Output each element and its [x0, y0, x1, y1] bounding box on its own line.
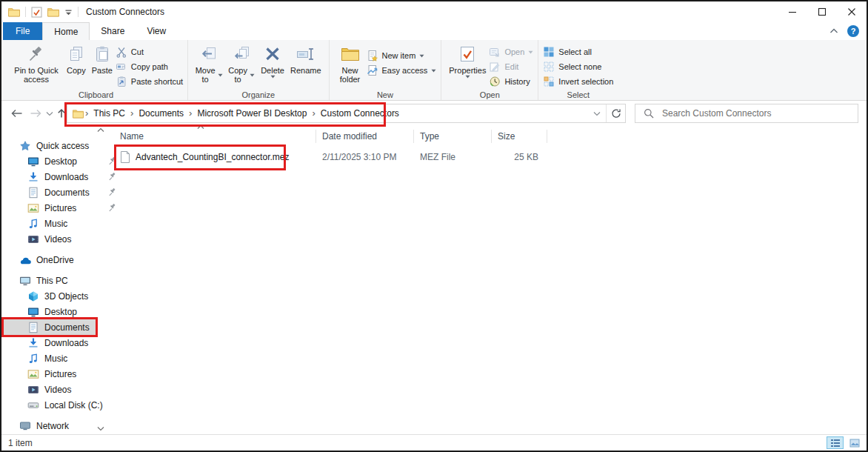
- sort-ascending-icon[interactable]: [197, 124, 204, 130]
- move-to-button[interactable]: Move to: [193, 42, 225, 84]
- sidebar-item-desktop[interactable]: Desktop: [4, 304, 110, 319]
- document-icon: [27, 187, 39, 199]
- file-icon: [120, 151, 130, 163]
- sidebar-scroll-up[interactable]: [97, 127, 104, 133]
- sidebar-item-pictures[interactable]: Pictures: [4, 200, 110, 216]
- search-input[interactable]: [661, 107, 858, 119]
- column-header-date-modified[interactable]: Date modified: [316, 130, 414, 143]
- tab-file[interactable]: File: [3, 22, 42, 40]
- collapse-ribbon-button[interactable]: [829, 28, 838, 34]
- maximize-button[interactable]: [807, 1, 837, 22]
- sidebar-item-label: This PC: [36, 276, 68, 286]
- sidebar-item-3d-objects[interactable]: 3D Objects: [4, 288, 110, 304]
- breadcrumb-segment-this-pc[interactable]: This PC: [90, 108, 129, 119]
- delete-button[interactable]: Delete: [258, 42, 287, 79]
- breadcrumb-separator-icon: ›: [84, 107, 90, 120]
- file-list-area: NameDate modifiedTypeSize Advantech_Coun…: [110, 126, 867, 434]
- thumbnail-view-icon: [849, 439, 860, 448]
- easy-access-button[interactable]: Easy access: [367, 64, 437, 76]
- column-header-size[interactable]: Size: [492, 130, 547, 143]
- up-button[interactable]: [56, 108, 67, 119]
- breadcrumb-segment-documents[interactable]: Documents: [135, 108, 187, 119]
- copy-to-button[interactable]: Copy to: [225, 42, 258, 84]
- videos-icon: [27, 384, 39, 396]
- sidebar-item-desktop[interactable]: Desktop: [4, 153, 110, 169]
- new-item-button[interactable]: New item: [367, 50, 437, 62]
- thispc-icon: [19, 275, 31, 287]
- back-button[interactable]: [10, 108, 23, 119]
- toolbar-dropdown-icon[interactable]: [64, 8, 73, 16]
- sidebar-scroll-down[interactable]: [97, 426, 104, 431]
- paste-shortcut-button[interactable]: Paste shortcut: [116, 76, 183, 87]
- sidebar-item-documents[interactable]: Documents: [4, 319, 96, 335]
- history-icon: [489, 76, 501, 87]
- cut-button[interactable]: Cut: [116, 46, 183, 58]
- open-button[interactable]: Open: [489, 46, 533, 58]
- desktop-icon: [27, 156, 39, 167]
- forward-button[interactable]: [30, 108, 42, 119]
- network-icon: [19, 420, 31, 432]
- sidebar-item-downloads[interactable]: Downloads: [4, 335, 110, 350]
- sidebar-item-this-pc[interactable]: This PC: [4, 273, 110, 288]
- paste-icon: [93, 44, 111, 64]
- refresh-button[interactable]: [607, 104, 625, 122]
- sidebar-item-documents[interactable]: Documents: [4, 185, 110, 200]
- move-to-icon: [200, 44, 218, 64]
- new-folder-button[interactable]: New folder: [334, 42, 367, 84]
- recent-locations-dropdown[interactable]: [46, 111, 53, 116]
- sidebar-item-onedrive[interactable]: OneDrive: [4, 252, 110, 267]
- history-button[interactable]: History: [489, 76, 533, 87]
- status-bar: 1 item: [1, 434, 867, 451]
- sidebar-item-label: Music: [44, 219, 67, 229]
- minimize-button[interactable]: [778, 1, 807, 22]
- sidebar-item-quick-access[interactable]: Quick access: [4, 138, 110, 153]
- sidebar-item-local-disk-c[interactable]: Local Disk (C:): [4, 397, 110, 413]
- file-name-cell[interactable]: Advantech_CountingBI_connector.mez: [110, 151, 316, 163]
- paste-button[interactable]: Paste: [89, 42, 116, 75]
- checkbox-icon[interactable]: [31, 7, 42, 18]
- navigation-pane: Quick accessDesktopDownloadsDocumentsPic…: [1, 126, 110, 434]
- downloads-icon: [27, 171, 39, 183]
- videos-icon: [27, 233, 39, 245]
- column-header-name[interactable]: Name: [110, 130, 316, 143]
- sidebar-item-music[interactable]: Music: [4, 216, 110, 231]
- sidebar-item-network[interactable]: Network: [4, 418, 110, 433]
- copy-button[interactable]: Copy: [64, 42, 89, 75]
- invert-selection-button[interactable]: Invert selection: [543, 76, 613, 87]
- edit-button[interactable]: Edit: [489, 61, 533, 73]
- breadcrumb-segment-microsoft-power-bi-desktop[interactable]: Microsoft Power BI Desktop: [193, 108, 310, 119]
- sidebar-item-pictures[interactable]: Pictures: [4, 366, 110, 382]
- downloads-icon: [27, 337, 39, 349]
- folder-icon[interactable]: [47, 7, 59, 17]
- breadcrumb-segment-custom-connectors[interactable]: Custom Connectors: [317, 108, 403, 119]
- edit-icon: [489, 62, 501, 73]
- pin-to-quick-access-button[interactable]: Pin to Quick access: [9, 42, 64, 84]
- details-view-button[interactable]: [827, 436, 844, 449]
- tab-share[interactable]: Share: [90, 22, 136, 40]
- sidebar-item-videos[interactable]: Videos: [4, 382, 110, 397]
- copy-path-button[interactable]: Copy path: [116, 61, 183, 73]
- rename-button[interactable]: Rename: [287, 42, 324, 75]
- breadcrumb-separator-icon: ›: [310, 107, 316, 120]
- sidebar-item-videos[interactable]: Videos: [4, 231, 110, 247]
- close-button[interactable]: [837, 1, 867, 22]
- breadcrumb-separator-icon: ›: [187, 107, 193, 120]
- properties-button[interactable]: Properties: [446, 42, 489, 79]
- file-type: MEZ File: [414, 152, 492, 162]
- sidebar-item-downloads[interactable]: Downloads: [4, 169, 110, 185]
- properties-icon: [459, 44, 475, 64]
- select-none-button[interactable]: Select none: [543, 61, 613, 73]
- help-button[interactable]: ?: [847, 25, 859, 37]
- sidebar-item-music[interactable]: Music: [4, 350, 110, 366]
- details-view-icon: [830, 439, 841, 448]
- divider: [25, 7, 26, 17]
- tab-home[interactable]: Home: [42, 22, 90, 40]
- thumbnail-view-button[interactable]: [846, 436, 863, 449]
- file-explorer-window: Custom Connectors File Home Share View ?…: [0, 0, 868, 452]
- select-all-button[interactable]: Select all: [543, 46, 613, 58]
- file-row[interactable]: Advantech_CountingBI_connector.mez2/11/2…: [110, 149, 547, 165]
- tab-view[interactable]: View: [136, 22, 177, 40]
- address-dropdown-button[interactable]: [587, 104, 606, 122]
- column-header-type[interactable]: Type: [414, 130, 492, 143]
- address-bar[interactable]: ›This PC›Documents›Microsoft Power BI De…: [67, 104, 626, 123]
